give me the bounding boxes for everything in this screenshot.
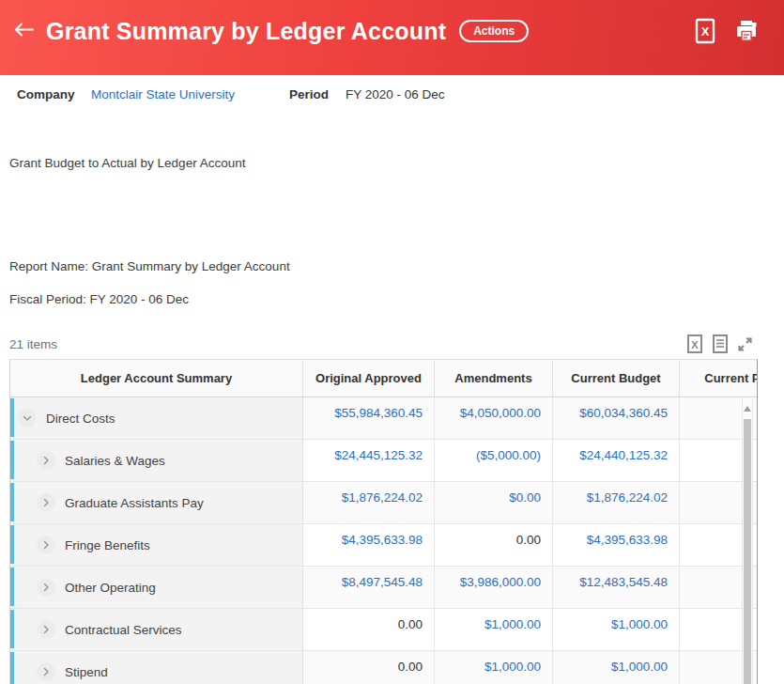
export-table-excel-button[interactable]: X [685,334,704,358]
amount-link[interactable]: $3,986,000.00 [460,575,541,589]
amount-link[interactable]: $4,395,633.98 [342,533,423,547]
original-approved-cell: $55,984,360.45 [303,397,435,439]
excel-export-icon: X [695,18,715,48]
ledger-account-cell: Contractual Services [10,609,303,650]
amount-link[interactable]: $1,876,224.02 [587,490,668,505]
header-icons: X [695,18,759,48]
company-label: Company [17,87,75,101]
amendments-cell: ($5,000.00) [435,440,553,481]
expand-chevron-icon[interactable] [37,578,55,597]
current-budget-cell: $60,034,360.45 [553,397,680,439]
items-count: 21 items [9,337,57,351]
table-header-row: Ledger Account Summary Original Approved… [10,360,757,397]
vertical-scrollbar[interactable] [742,399,753,684]
table-row: Salaries & Wages $24,445,125.32 ($5,000.… [10,440,757,482]
original-approved-cell: 0.00 [303,651,435,684]
amendments-cell: $1,000.00 [435,651,553,684]
back-arrow-icon [13,22,35,41]
amount-link[interactable]: $1,000.00 [611,660,668,674]
amount-link[interactable]: $0.00 [509,490,541,505]
report-name-line: Report Name: Grant Summary by Ledger Acc… [9,259,290,273]
amount-link[interactable]: $60,034,360.45 [579,406,668,420]
expand-chevron-icon[interactable] [37,662,55,681]
row-label: Stipend [65,665,108,679]
original-approved-cell: $4,395,633.98 [303,524,435,566]
amendments-cell: $0.00 [435,482,553,523]
current-budget-cell: $1,000.00 [553,609,680,650]
expand-chevron-icon[interactable] [37,536,55,554]
grid-toolbar: X [685,334,754,358]
back-button[interactable] [12,20,35,42]
column-header-original-approved[interactable]: Original Approved [303,360,435,396]
report-description: Grant Budget to Actual by Ledger Account [9,156,245,170]
table-row: Contractual Services 0.00 $1,000.00 $1,0… [10,609,757,651]
ledger-account-cell: Salaries & Wages [10,440,303,481]
amendments-cell: 0.00 [435,524,553,566]
scroll-up-arrow-icon[interactable] [744,406,751,412]
amount-link[interactable]: $12,483,545.48 [579,575,668,589]
column-header-amendments[interactable]: Amendments [435,360,553,396]
current-budget-cell: $1,876,224.02 [553,482,680,523]
current-budget-cell: $12,483,545.48 [553,567,680,608]
scrollbar-thumb[interactable] [744,419,751,684]
expand-chevron-icon[interactable] [37,620,55,639]
ledger-account-table: Ledger Account Summary Original Approved… [9,359,758,684]
amendments-cell: $3,986,000.00 [435,567,553,608]
column-header-ledger-account-summary[interactable]: Ledger Account Summary [10,360,303,396]
table-row: Graduate Assistants Pay $1,876,224.02 $0… [10,482,757,524]
row-label: Fringe Benefits [65,538,150,552]
amount-link[interactable]: $8,497,545.48 [342,575,423,589]
table-row: Fringe Benefits $4,395,633.98 0.00 $4,39… [10,524,757,567]
amount-link[interactable]: $1,000.00 [484,660,541,674]
print-button[interactable] [734,19,759,47]
original-approved-cell: 0.00 [303,609,435,650]
ledger-account-cell: Fringe Benefits [10,524,303,566]
app-header: Grant Summary by Ledger Account Actions … [0,0,784,75]
amount-link[interactable]: $1,876,224.02 [342,490,423,505]
amount-link[interactable]: $1,000.00 [484,617,541,631]
excel-export-icon: X [685,334,704,358]
row-label: Direct Costs [46,412,115,426]
column-header-current-period[interactable]: Current Pe [680,360,758,396]
table-row: Direct Costs $55,984,360.45 $4,050,000.0… [10,397,757,440]
row-label: Contractual Services [65,623,182,637]
amount-link[interactable]: ($5,000.00) [476,448,541,462]
fiscal-period-line: Fiscal Period: FY 2020 - 06 Dec [9,292,189,306]
amount-link[interactable]: $4,395,633.98 [587,533,668,547]
company-value-link[interactable]: Montclair State University [91,87,235,101]
printer-icon [734,19,759,47]
row-label: Salaries & Wages [65,454,165,468]
amendments-cell: $1,000.00 [435,609,553,650]
original-approved-cell: $24,445,125.32 [303,440,435,481]
row-label: Graduate Assistants Pay [65,496,204,510]
row-label: Other Operating [65,581,156,595]
expand-chevron-icon[interactable] [37,493,55,512]
expand-table-button[interactable] [736,335,754,357]
table-row: Other Operating $8,497,545.48 $3,986,000… [10,567,757,609]
amendments-cell: $4,050,000.00 [435,397,553,439]
amount-link[interactable]: $55,984,360.45 [334,406,423,420]
export-excel-button[interactable]: X [695,18,715,48]
original-approved-cell: $1,876,224.02 [303,482,435,523]
ledger-account-cell: Stipend [10,651,303,684]
page-title: Grant Summary by Ledger Account [46,18,446,45]
original-approved-cell: $8,497,545.48 [303,567,435,608]
svg-text:X: X [701,24,710,39]
amount-link[interactable]: $1,000.00 [611,617,668,631]
ledger-account-cell: Graduate Assistants Pay [10,482,303,523]
actions-button[interactable]: Actions [459,20,529,42]
current-budget-cell: $1,000.00 [553,651,680,684]
expand-chevron-icon[interactable] [18,409,37,428]
column-header-current-budget[interactable]: Current Budget [553,360,680,396]
amount-link[interactable]: $24,440,125.32 [579,448,668,462]
svg-text:X: X [691,339,699,350]
ledger-account-cell: Other Operating [10,567,303,608]
period-label: Period [289,87,329,101]
table-body: Direct Costs $55,984,360.45 $4,050,000.0… [10,397,757,684]
amount-link[interactable]: $24,445,125.32 [334,448,423,462]
amount-link[interactable]: $4,050,000.00 [460,406,541,420]
expand-chevron-icon[interactable] [37,451,55,470]
grid-view-button[interactable] [711,334,730,358]
current-budget-cell: $24,440,125.32 [553,440,680,481]
grid-view-icon [711,334,730,358]
